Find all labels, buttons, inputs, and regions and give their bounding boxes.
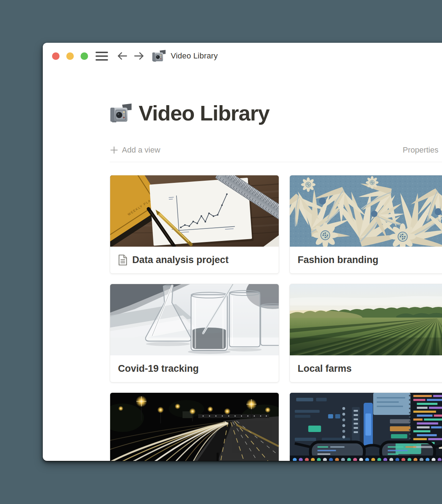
- forward-arrow-icon[interactable]: [134, 52, 144, 60]
- close-button[interactable]: [52, 52, 60, 60]
- cover-night-highway-photo: [110, 393, 279, 461]
- card-title: Local farms: [298, 363, 352, 374]
- document-icon: [118, 254, 128, 266]
- card-local-farms[interactable]: Local farms: [289, 284, 442, 382]
- card-covid19-tracking[interactable]: Covid-19 tracking: [110, 284, 279, 382]
- add-view-label: Add a view: [122, 145, 160, 155]
- plus-icon: [110, 146, 118, 154]
- view-toolbar: Add a view Properties: [110, 144, 438, 156]
- card-title-row: Covid-19 tracking: [110, 355, 279, 382]
- window-title: Video Library: [171, 51, 218, 61]
- toolbar-divider: [110, 162, 442, 162]
- cover-lab-glassware-photo: [110, 284, 279, 355]
- app-window: Video Library Video Library Add a view P…: [43, 43, 442, 461]
- titlebar: Video Library: [43, 43, 442, 69]
- zoom-button[interactable]: [81, 52, 88, 60]
- page-header: Video Library: [110, 102, 442, 125]
- card-title: Covid-19 tracking: [118, 363, 199, 374]
- card-title-row: Data analysis project: [110, 247, 279, 273]
- cover-blue-floral-pattern: [290, 175, 442, 247]
- properties-label: Properties: [403, 145, 438, 155]
- cover-farm-field-photo: [290, 284, 442, 355]
- page-content: Video Library Add a view Properties: [110, 102, 442, 461]
- card-title-row: Local farms: [290, 355, 442, 382]
- cover-code-screens-photo: [290, 393, 442, 461]
- card-title: Data analysis project: [132, 254, 228, 266]
- page-video-camera-icon: [110, 103, 133, 124]
- cover-desk-chart-photo: WEEKLY PLANNER: [110, 175, 279, 247]
- minimize-button[interactable]: [66, 52, 74, 60]
- page-title: Video Library: [139, 103, 269, 124]
- card-data-analysis-project[interactable]: WEEKLY PLANNER: [110, 175, 279, 274]
- back-arrow-icon[interactable]: [117, 52, 127, 60]
- card-fashion-branding[interactable]: Fashion branding: [289, 175, 442, 274]
- card-title-row: Fashion branding: [290, 247, 442, 273]
- card-title: Fashion branding: [298, 254, 379, 266]
- add-view-button[interactable]: Add a view: [110, 145, 160, 155]
- card-code-screens[interactable]: [289, 392, 442, 461]
- menu-icon[interactable]: [96, 51, 108, 61]
- gallery-grid: WEEKLY PLANNER: [110, 175, 442, 461]
- properties-button[interactable]: Properties: [403, 145, 438, 155]
- card-night-highway[interactable]: [110, 392, 279, 461]
- video-camera-icon: [152, 50, 167, 62]
